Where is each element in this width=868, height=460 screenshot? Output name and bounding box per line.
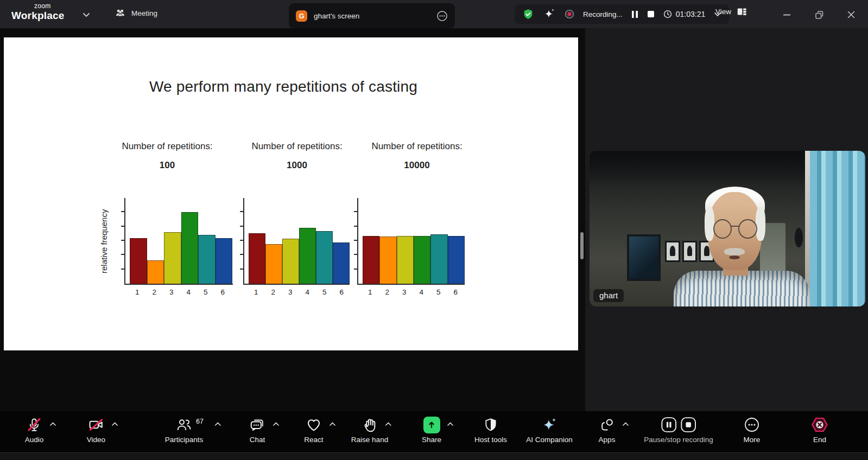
ai-companion-sparkle-icon: [541, 417, 557, 433]
y-axis-tick: [240, 226, 244, 227]
restore-icon: [815, 10, 824, 20]
end-label: End: [813, 436, 826, 444]
participant-name-tag: ghart: [593, 289, 624, 302]
bar-1: [363, 236, 379, 284]
chat-chevron-up-icon[interactable]: [273, 421, 280, 426]
tab-meeting[interactable]: Meeting: [114, 7, 157, 19]
raise-hand-label: Raise hand: [351, 436, 388, 444]
end-meeting-button[interactable]: End: [810, 416, 829, 444]
bar-4: [181, 212, 199, 284]
x-tick-label: 5: [316, 288, 333, 296]
apps-chevron-up-icon[interactable]: [622, 421, 629, 426]
slide-title: We perform many repetitions of casting: [0, 78, 571, 95]
bottom-edge-strip: [0, 452, 868, 460]
stop-recording-icon[interactable]: [647, 10, 655, 18]
raise-hand-icon: [362, 417, 378, 433]
apps-icon: [599, 417, 615, 433]
raise-hand-chevron-up-icon[interactable]: [385, 421, 392, 426]
microphone-muted-icon: [26, 417, 42, 433]
pause-recording-icon[interactable]: [631, 10, 638, 18]
react-label: React: [304, 436, 323, 444]
tab-options-ellipsis-icon[interactable]: [436, 10, 448, 22]
x-tick-label: 2: [265, 288, 282, 296]
host-tools-button[interactable]: Host tools: [474, 416, 507, 444]
x-tick-label: 5: [430, 288, 447, 296]
participants-button[interactable]: 67 Participants: [165, 416, 204, 444]
bar-4: [299, 228, 316, 284]
participants-chevron-up-icon[interactable]: [214, 421, 221, 426]
bar-5: [316, 231, 333, 284]
audio-chevron-up-icon[interactable]: [49, 421, 56, 426]
panel-scrollbar-thumb[interactable]: [580, 232, 584, 259]
y-axis-label: relative frequency: [99, 196, 111, 287]
participant-video-tile[interactable]: ghart: [590, 151, 865, 306]
meeting-status-cluster: Recording... 01:03:21: [515, 4, 729, 24]
apps-button[interactable]: Apps: [597, 416, 617, 444]
react-button[interactable]: React: [304, 416, 324, 444]
audio-button[interactable]: Audio: [24, 416, 44, 444]
bar-chart-1000: 123456: [243, 198, 350, 285]
meeting-timer: 01:03:21: [663, 10, 706, 18]
y-axis-tick: [121, 226, 125, 227]
window-close-button[interactable]: [842, 8, 860, 22]
security-shield-icon[interactable]: [522, 8, 534, 21]
brand-workplace: Workplace: [11, 10, 65, 21]
end-meeting-icon: [811, 417, 828, 433]
y-axis-tick: [240, 240, 244, 241]
x-tick-label: 1: [362, 288, 379, 296]
x-axis-tick-labels: 123456: [248, 288, 350, 296]
view-button[interactable]: View: [715, 7, 747, 17]
small-wall-frame: [665, 241, 680, 262]
chevron-down-icon[interactable]: [83, 12, 90, 17]
bar-3: [397, 236, 414, 284]
stop-recording-icon[interactable]: [680, 417, 696, 433]
bar-4: [414, 236, 430, 284]
apps-label: Apps: [599, 436, 616, 444]
ai-sparkle-icon[interactable]: [543, 8, 556, 21]
ai-companion-button[interactable]: AI Companion: [526, 416, 573, 444]
share-button[interactable]: Share: [422, 416, 441, 444]
more-button[interactable]: More: [742, 416, 762, 444]
x-tick-label: 1: [248, 288, 265, 296]
video-label: Video: [87, 436, 105, 444]
raise-hand-button[interactable]: Raise hand: [351, 416, 388, 444]
video-chevron-up-icon[interactable]: [111, 421, 118, 426]
x-tick-label: 5: [197, 288, 214, 296]
y-axis-tick: [354, 226, 358, 227]
tab-shared-screen[interactable]: G ghart's screen: [289, 3, 455, 28]
react-chevron-up-icon[interactable]: [329, 421, 336, 426]
x-axis-tick-labels: 123456: [362, 288, 464, 296]
clock-icon: [663, 10, 672, 18]
y-axis-tick: [354, 254, 358, 255]
view-layout-icon: [736, 7, 747, 17]
chat-button[interactable]: Chat: [248, 416, 267, 444]
tab-meeting-label: Meeting: [131, 9, 157, 17]
video-button[interactable]: Video: [86, 416, 106, 444]
bar-chart-100: 123456: [124, 198, 233, 285]
host-tools-label: Host tools: [474, 436, 507, 444]
glasses-right-lens: [738, 219, 757, 239]
repetitions-label-3: Number of repetitions:: [346, 141, 487, 152]
y-axis-tick: [121, 254, 125, 255]
repetitions-label-1: Number of repetitions:: [97, 141, 238, 152]
x-tick-label: 1: [129, 288, 146, 296]
audio-label: Audio: [25, 436, 44, 444]
presentation-slide: We perform many repetitions of casting N…: [4, 37, 578, 350]
window-restore-button[interactable]: [810, 8, 828, 22]
window-curtain: [810, 151, 865, 306]
camera-muted-icon: [88, 417, 104, 433]
share-chevron-up-icon[interactable]: [447, 421, 454, 426]
window-minimize-button[interactable]: [777, 8, 796, 22]
more-ellipsis-icon: [744, 417, 760, 433]
small-wall-frame: [682, 241, 697, 262]
more-label: More: [744, 436, 761, 444]
pause-stop-recording-label: Pause/stop recording: [644, 436, 713, 444]
participants-count-badge: 67: [196, 418, 204, 425]
zoom-workplace-menu[interactable]: zoom Workplace: [11, 3, 65, 21]
x-tick-label: 2: [146, 288, 163, 296]
pause-stop-recording-button[interactable]: Pause/stop recording: [644, 416, 713, 444]
pause-recording-icon[interactable]: [661, 417, 677, 433]
y-axis-tick: [121, 211, 125, 212]
bar-chart-10000: 123456: [357, 198, 465, 285]
chart-plot-area: [124, 198, 233, 285]
